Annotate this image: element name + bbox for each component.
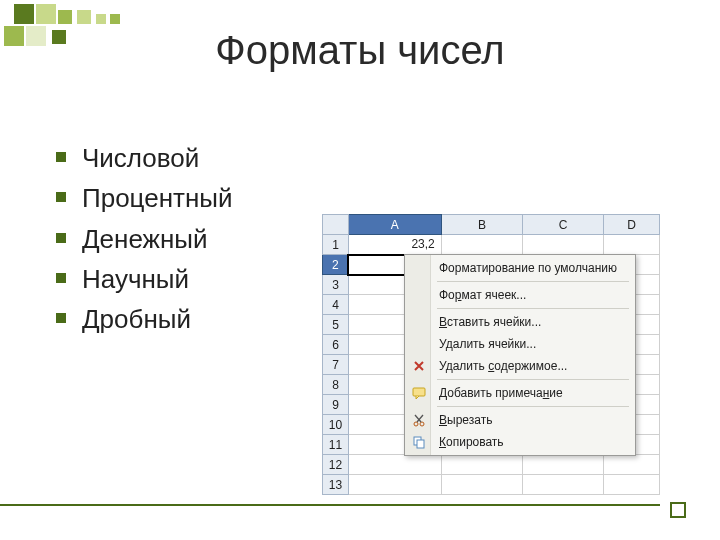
menu-label: Копировать	[439, 435, 504, 449]
row-header[interactable]: 5	[323, 315, 349, 335]
row-header[interactable]: 12	[323, 455, 349, 475]
context-menu: Форматирование по умолчанию Формат ячеек…	[404, 254, 636, 456]
row-header[interactable]: 11	[323, 435, 349, 455]
cell[interactable]	[441, 475, 522, 495]
row-header[interactable]: 10	[323, 415, 349, 435]
menu-label: Формат ячеек...	[439, 288, 526, 302]
menu-copy[interactable]: Копировать	[407, 431, 633, 453]
menu-label: Удалить ячейки...	[439, 337, 536, 351]
cell[interactable]	[604, 235, 660, 255]
menu-delete-cells[interactable]: Удалить ячейки...	[407, 333, 633, 355]
svg-point-2	[420, 422, 424, 426]
cell[interactable]	[523, 475, 604, 495]
list-item: Научный	[56, 259, 233, 299]
cell[interactable]	[441, 235, 522, 255]
row-header[interactable]: 1	[323, 235, 349, 255]
menu-label: Форматирование по умолчанию	[439, 261, 617, 275]
cell[interactable]	[604, 455, 660, 475]
row-header[interactable]: 3	[323, 275, 349, 295]
svg-point-1	[414, 422, 418, 426]
comment-icon	[411, 385, 427, 401]
row-header[interactable]: 6	[323, 335, 349, 355]
list-item: Дробный	[56, 299, 233, 339]
list-item: Денежный	[56, 219, 233, 259]
cell[interactable]	[523, 455, 604, 475]
menu-separator	[437, 379, 629, 380]
row-header[interactable]: 9	[323, 395, 349, 415]
menu-separator	[437, 308, 629, 309]
menu-label: Вырезать	[439, 413, 492, 427]
col-header-D[interactable]: D	[604, 215, 660, 235]
list-item: Процентный	[56, 178, 233, 218]
row-header[interactable]: 7	[323, 355, 349, 375]
menu-format-cells[interactable]: Формат ячеек...	[407, 284, 633, 306]
cell[interactable]	[348, 455, 441, 475]
row-header[interactable]: 4	[323, 295, 349, 315]
cell[interactable]	[348, 475, 441, 495]
menu-add-comment[interactable]: Добавить примечание	[407, 382, 633, 404]
copy-icon	[411, 434, 427, 450]
col-header-B[interactable]: B	[441, 215, 522, 235]
select-all-corner[interactable]	[323, 215, 349, 235]
clear-icon	[411, 358, 427, 374]
menu-clear-contents[interactable]: Удалить содержимое...	[407, 355, 633, 377]
cell[interactable]	[441, 455, 522, 475]
cell[interactable]	[604, 475, 660, 495]
footer-box-icon	[670, 502, 686, 518]
menu-separator	[437, 406, 629, 407]
menu-cut[interactable]: Вырезать	[407, 409, 633, 431]
svg-rect-4	[417, 440, 424, 448]
cell-A1[interactable]: 23,2	[348, 235, 441, 255]
menu-label: Удалить содержимое...	[439, 359, 567, 373]
cut-icon	[411, 412, 427, 428]
cell[interactable]	[523, 235, 604, 255]
col-header-C[interactable]: C	[523, 215, 604, 235]
footer-rule	[0, 504, 660, 506]
menu-insert-cells[interactable]: Вставить ячейки...	[407, 311, 633, 333]
spreadsheet: A B C D 1 23,2 2 3 4 5 6 7 8 9 10 11 12 …	[322, 214, 660, 495]
row-header[interactable]: 13	[323, 475, 349, 495]
list-item: Числовой	[56, 138, 233, 178]
menu-label: Добавить примечание	[439, 386, 563, 400]
row-header[interactable]: 8	[323, 375, 349, 395]
col-header-A[interactable]: A	[348, 215, 441, 235]
menu-label: Вставить ячейки...	[439, 315, 541, 329]
format-list: Числовой Процентный Денежный Научный Дро…	[56, 138, 233, 339]
svg-rect-0	[413, 388, 425, 396]
menu-default-formatting[interactable]: Форматирование по умолчанию	[407, 257, 633, 279]
menu-separator	[437, 281, 629, 282]
row-header[interactable]: 2	[323, 255, 349, 275]
page-title: Форматы чисел	[0, 28, 720, 73]
